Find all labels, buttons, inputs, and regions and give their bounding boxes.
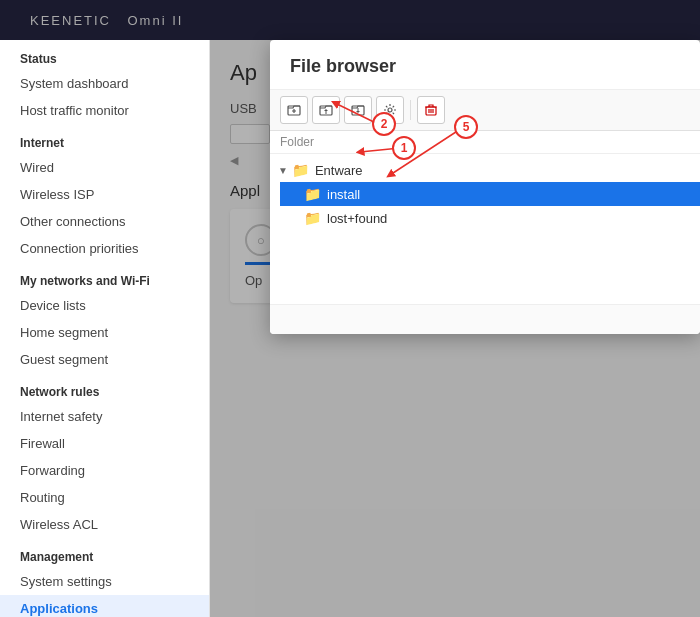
column-folder: Folder — [280, 135, 314, 149]
sidebar-item-host-traffic-monitor[interactable]: Host traffic monitor — [0, 97, 209, 124]
section-title-networks: My networks and Wi-Fi — [0, 262, 209, 292]
file-list-header: Folder — [270, 131, 700, 154]
brand-name: KEENETIC — [30, 13, 111, 28]
sidebar-item-applications[interactable]: Applications — [0, 595, 209, 617]
sidebar-item-firewall[interactable]: Firewall — [0, 430, 209, 457]
modal-toolbar — [270, 90, 700, 131]
section-title-network-rules: Network rules — [0, 373, 209, 403]
sidebar: Status System dashboard Host traffic mon… — [0, 40, 210, 617]
folder-row-lost-found[interactable]: 📁 lost+found — [280, 206, 700, 230]
file-browser-modal: File browser — [270, 40, 700, 334]
sidebar-item-internet-safety[interactable]: Internet safety — [0, 403, 209, 430]
chevron-down-icon: ▼ — [278, 165, 288, 176]
section-title-internet: Internet — [0, 124, 209, 154]
main-layout: Status System dashboard Host traffic mon… — [0, 40, 700, 617]
sidebar-item-wired[interactable]: Wired — [0, 154, 209, 181]
folder-row-entware[interactable]: ▼ 📁 Entware — [270, 158, 700, 182]
sidebar-item-guest-segment[interactable]: Guest segment — [0, 346, 209, 373]
sidebar-item-system-settings[interactable]: System settings — [0, 568, 209, 595]
modal-footer — [270, 304, 700, 334]
svg-point-5 — [388, 108, 392, 112]
folder-icon-entware: 📁 — [292, 162, 309, 178]
sidebar-item-other-connections[interactable]: Other connections — [0, 208, 209, 235]
settings-button[interactable] — [376, 96, 404, 124]
sidebar-item-wireless-acl[interactable]: Wireless ACL — [0, 511, 209, 538]
top-bar: KEENETIC Omni II — [0, 0, 700, 40]
folder-icon-lost-found: 📁 — [304, 210, 321, 226]
sidebar-item-wireless-isp[interactable]: Wireless ISP — [0, 181, 209, 208]
upload-button[interactable] — [312, 96, 340, 124]
folder-row-install[interactable]: 📁 install — [280, 182, 700, 206]
model-name: Omni II — [127, 13, 183, 28]
section-title-status: Status — [0, 40, 209, 70]
sidebar-item-home-segment[interactable]: Home segment — [0, 319, 209, 346]
new-folder-button[interactable] — [280, 96, 308, 124]
toolbar-separator — [410, 100, 411, 120]
sidebar-item-routing[interactable]: Routing — [0, 484, 209, 511]
sidebar-item-device-lists[interactable]: Device lists — [0, 292, 209, 319]
delete-button[interactable] — [417, 96, 445, 124]
folder-label-entware: Entware — [315, 163, 363, 178]
sidebar-item-system-dashboard[interactable]: System dashboard — [0, 70, 209, 97]
section-title-management: Management — [0, 538, 209, 568]
modal-title: File browser — [270, 40, 700, 90]
file-list: ▼ 📁 Entware 📁 install 📁 lost+found — [270, 154, 700, 304]
folder-label-lost-found: lost+found — [327, 211, 387, 226]
sidebar-item-forwarding[interactable]: Forwarding — [0, 457, 209, 484]
sidebar-item-connection-priorities[interactable]: Connection priorities — [0, 235, 209, 262]
folder-icon-install: 📁 — [304, 186, 321, 202]
folder-label-install: install — [327, 187, 360, 202]
brand-logo: KEENETIC Omni II — [20, 11, 183, 29]
content-area: Ap USB ◀ Appl ○ Op File browser — [210, 40, 700, 617]
download-button[interactable] — [344, 96, 372, 124]
